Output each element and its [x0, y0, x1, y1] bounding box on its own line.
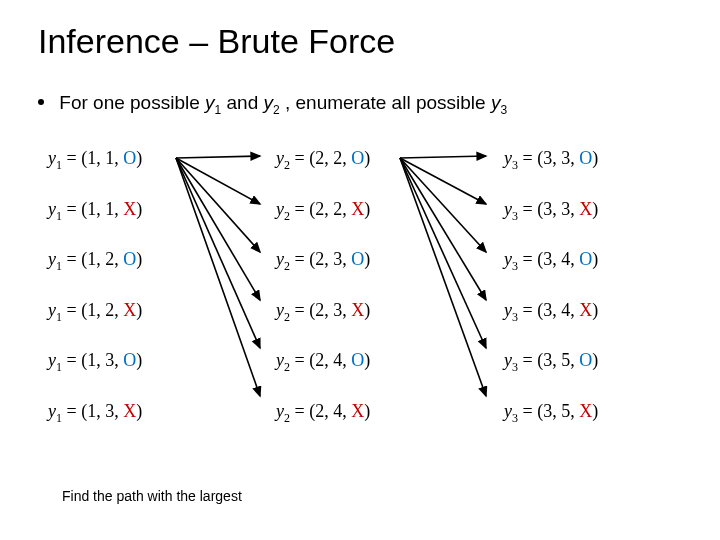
col-y3-row: y3 = (3, 3, O) — [504, 148, 690, 173]
col-y3-row: y3 = (3, 5, O) — [504, 350, 690, 375]
bullet-y3-sub: 3 — [500, 103, 507, 117]
bullet-prefix: For one possible — [59, 92, 205, 113]
col-y3-row: y3 = (3, 5, X) — [504, 401, 690, 426]
col-y3-row: y3 = (3, 4, O) — [504, 249, 690, 274]
col-y3-row: y3 = (3, 3, X) — [504, 199, 690, 224]
col-y3-row: y3 = (3, 4, X) — [504, 300, 690, 325]
col-y2-row: y2 = (2, 3, X) — [276, 300, 462, 325]
col-y1-row: y1 = (1, 2, X) — [48, 300, 234, 325]
slide-title: Inference – Brute Force — [38, 22, 395, 61]
col-y2-row: y2 = (2, 4, O) — [276, 350, 462, 375]
col-y1-row: y1 = (1, 3, O) — [48, 350, 234, 375]
bullet-icon — [38, 99, 44, 105]
col-y1-row: y1 = (1, 2, O) — [48, 249, 234, 274]
columns-container: y1 = (1, 1, O)y1 = (1, 1, X)y1 = (1, 2, … — [48, 148, 690, 426]
col-y2-row: y2 = (2, 3, O) — [276, 249, 462, 274]
col-y1-row: y1 = (1, 1, O) — [48, 148, 234, 173]
col-y1-list: y1 = (1, 1, O)y1 = (1, 1, X)y1 = (1, 2, … — [48, 148, 234, 426]
bullet-suffix: , enumerate all possible — [285, 92, 491, 113]
bullet-y1-sub: 1 — [215, 103, 222, 117]
footer-text: Find the path with the largest — [62, 488, 242, 504]
col-y2-row: y2 = (2, 4, X) — [276, 401, 462, 426]
col-y3-list: y3 = (3, 3, O)y3 = (3, 3, X)y3 = (3, 4, … — [504, 148, 690, 426]
bullet-y1: y — [205, 92, 215, 113]
col-y2-row: y2 = (2, 2, X) — [276, 199, 462, 224]
col-y1-row: y1 = (1, 3, X) — [48, 401, 234, 426]
col-y2-list: y2 = (2, 2, O)y2 = (2, 2, X)y2 = (2, 3, … — [276, 148, 462, 426]
bullet-y2-sub: 2 — [273, 103, 280, 117]
col-y2-row: y2 = (2, 2, O) — [276, 148, 462, 173]
bullet-text: For one possible y1 and y2 , enumerate a… — [38, 92, 507, 117]
bullet-mid: and — [227, 92, 264, 113]
bullet-y2: y — [263, 92, 273, 113]
col-y1-row: y1 = (1, 1, X) — [48, 199, 234, 224]
bullet-y3: y — [491, 92, 501, 113]
